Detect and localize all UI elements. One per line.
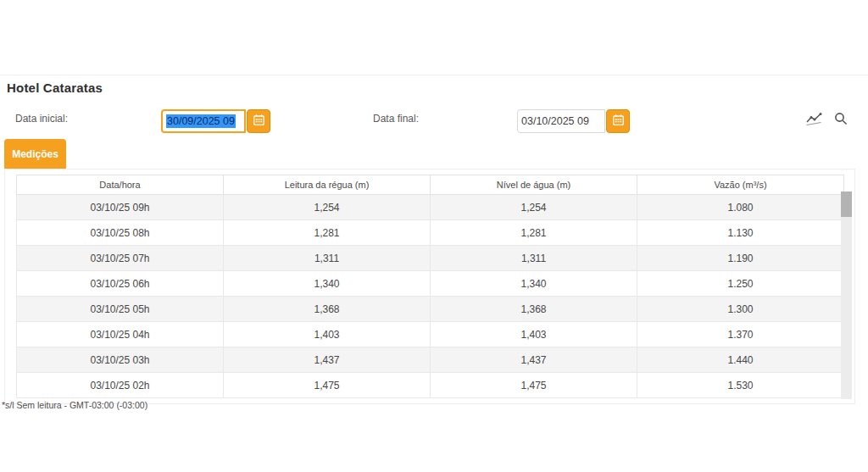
- end-date-value: 03/10/2025 09: [521, 115, 589, 127]
- column-header: Vazão (m³/s): [637, 175, 844, 195]
- start-date-group: 30/09/2025 09: [161, 109, 270, 133]
- table-cell: 03/10/25 05h: [17, 297, 224, 322]
- table-cell: 1.080: [637, 195, 844, 220]
- table-cell: 1,311: [224, 246, 431, 271]
- table-row: 03/10/25 05h1,3681,3681.300: [17, 297, 844, 322]
- table-scrollbar[interactable]: [841, 192, 852, 399]
- table-row: 03/10/25 06h1,3401,3401.250: [17, 271, 844, 297]
- start-date-input[interactable]: 30/09/2025 09: [161, 109, 246, 133]
- app-page: Hotel Cataratas Data inicial: 30/09/2025…: [0, 0, 868, 472]
- table-cell: 1,368: [431, 297, 637, 322]
- end-date-group: 03/10/2025 09: [517, 109, 630, 133]
- end-date-label: Data final:: [373, 113, 419, 125]
- table-cell: 1.440: [637, 347, 844, 373]
- column-header: Nível de água (m): [431, 175, 637, 195]
- table-body: 03/10/25 09h1,2541,2541.08003/10/25 08h1…: [17, 195, 844, 398]
- column-header: Leitura da régua (m): [224, 175, 431, 195]
- table-cell: 1.130: [637, 220, 844, 246]
- table-cell: 1,281: [224, 220, 431, 246]
- table-row: 03/10/25 09h1,2541,2541.080: [17, 195, 844, 220]
- table-row: 03/10/25 02h1,4751,4751.530: [17, 373, 844, 398]
- header-divider: [0, 75, 868, 75]
- table-cell: 1,475: [224, 373, 431, 398]
- start-date-calendar-button[interactable]: [247, 109, 270, 133]
- end-date-input[interactable]: 03/10/2025 09: [517, 109, 605, 133]
- table-cell: 1,403: [224, 322, 431, 347]
- table-cell: 1,437: [431, 347, 637, 373]
- end-date-calendar-button[interactable]: [606, 109, 630, 133]
- table-row: 03/10/25 03h1,4371,4371.440: [17, 347, 844, 373]
- page-title: Hotel Cataratas: [7, 81, 103, 95]
- table-cell: 1.300: [637, 297, 844, 322]
- table-cell: 1.370: [637, 322, 844, 347]
- table-cell: 1,368: [224, 297, 431, 322]
- table-cell: 03/10/25 03h: [17, 347, 224, 373]
- table-cell: 03/10/25 08h: [17, 220, 224, 246]
- table-cell: 1.250: [637, 271, 844, 297]
- calendar-icon: [612, 114, 625, 130]
- table-cell: 03/10/25 09h: [17, 195, 224, 220]
- table-cell: 03/10/25 04h: [17, 322, 224, 347]
- table-cell: 1,475: [431, 373, 637, 398]
- timezone-note: *s/l Sem leitura - GMT-03:00 (-03:00): [2, 400, 147, 410]
- table-header-row: Data/horaLeitura da régua (m)Nível de ág…: [17, 175, 844, 195]
- table-cell: 1,281: [431, 220, 637, 246]
- table-cell: 1,340: [224, 271, 431, 297]
- table-cell: 1,403: [431, 322, 637, 347]
- start-date-label: Data inicial:: [15, 113, 68, 125]
- tab-medicoes[interactable]: Medições: [4, 139, 66, 169]
- toolbar-actions: [805, 111, 849, 126]
- table-row: 03/10/25 08h1,2811,2811.130: [17, 220, 844, 246]
- table-cell: 1.190: [637, 246, 844, 271]
- calendar-icon: [253, 114, 265, 130]
- table-cell: 1,311: [431, 246, 637, 271]
- table-cell: 03/10/25 07h: [17, 246, 224, 271]
- table-cell: 1,254: [431, 195, 637, 220]
- table-cell: 03/10/25 02h: [17, 373, 224, 398]
- start-date-value: 30/09/2025 09: [166, 114, 236, 128]
- table-row: 03/10/25 04h1,4031,4031.370: [17, 322, 844, 347]
- scrollbar-thumb[interactable]: [841, 192, 852, 217]
- table-cell: 1,437: [224, 347, 431, 373]
- table-row: 03/10/25 07h1,3111,3111.190: [17, 246, 844, 271]
- table-cell: 1.530: [637, 373, 844, 398]
- measurements-table: Data/horaLeitura da régua (m)Nível de ág…: [16, 175, 844, 398]
- table-cell: 03/10/25 06h: [17, 271, 224, 297]
- column-header: Data/hora: [17, 175, 224, 195]
- measurements-panel: Data/horaLeitura da régua (m)Nível de ág…: [4, 169, 855, 404]
- table-cell: 1,254: [224, 195, 431, 220]
- table-cell: 1,340: [431, 271, 637, 297]
- search-icon[interactable]: [832, 111, 849, 126]
- line-chart-icon[interactable]: [805, 111, 822, 126]
